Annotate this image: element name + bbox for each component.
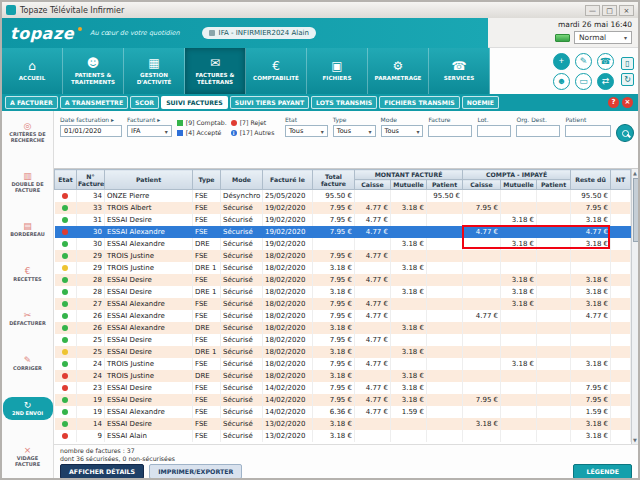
type-select[interactable]: Tous ▾ [333,125,376,137]
subtab-suivi-tiers-payant[interactable]: SUIVI TIERS PAYANT [230,96,309,109]
nav-tab-comptabilite[interactable]: € COMPTABILITÉ [246,48,307,94]
invoice-row[interactable]: 9 ESSAI Alain FSE Sécurisé 13/02/2020 3.… [55,430,631,442]
subtab-suivi-factures[interactable]: SUIVI FACTURES [161,96,228,109]
invoice-row[interactable]: 23 ESSAI Desire FSE Sécurisé 14/02/2020 … [55,382,631,394]
billed-date-cell: 18/02/2020 [263,370,313,382]
status-cell [55,382,77,394]
nav-tab-factures-teletrans[interactable]: ✉ FACTURES & TÉLÉTRANS [185,48,246,94]
table-scrollbar[interactable]: ▲ ▼ [631,169,638,444]
help-button[interactable]: ? [608,97,619,108]
invoice-row[interactable]: 24 TROIS Justine FSE Sécurisé 18/02/2020… [55,358,631,370]
card-reader-icon[interactable]: ▯ [621,57,634,70]
maximize-button[interactable]: □ [602,5,617,16]
compta-mutuelle-cell [501,430,537,442]
facturant-select[interactable]: IFA ▾ [127,125,172,137]
invoice-number-cell: 28 [77,274,105,286]
scrollbar-thumb[interactable] [633,178,638,242]
nav-tab-fichiers[interactable]: ▣ FICHIERS [307,48,368,94]
sidebar-item-second-envoi[interactable]: ↻ 2ND ENVOI [3,397,53,420]
facture-input[interactable] [428,125,472,137]
reste-du-cell: 3.18 € [571,298,611,310]
phone-icon[interactable]: ☎ [597,53,614,70]
sidebar-item-recettes[interactable]: € RECETTES [3,264,53,285]
compta-patient-cell [537,358,571,370]
group-montant-facture: MONTANT FACTURÉ [355,170,463,180]
scroll-up-button[interactable]: ▲ [633,170,637,176]
invoice-row[interactable]: 28 ESSAI Desire FSE Sécurisé 18/02/2020 … [55,274,631,286]
mode-select[interactable]: Tous ▾ [381,125,424,137]
montant-patient-cell [427,346,463,358]
nav-tab-patients-traitements[interactable]: ☻ PATIENTS & TRAITEMENTS [63,48,124,94]
sidebar-item-corriger[interactable]: ✎ CORRIGER [3,353,53,374]
sync-icon[interactable]: ↻ [621,73,634,86]
invoice-row[interactable]: 30 ESSAI Alexandre DRE Sécurisé 19/02/20… [55,238,631,250]
invoice-row[interactable]: 33 TROIS Albert FSE Sécurisé 19/02/2020 … [55,202,631,214]
user-icon[interactable]: ☻ [553,73,570,90]
status-dot [62,205,68,211]
nav-tab-parametrage[interactable]: ⚙ PARAMETRAGE [368,48,429,94]
sesam-vitale-icon[interactable]: + [553,53,570,70]
invoice-row[interactable]: 28 ESSAI Desire DRE 1 Sécurisé 18/02/202… [55,286,631,298]
etat-select[interactable]: Tous ▾ [285,125,328,137]
col-numero: N° Facture [77,170,105,190]
nav-tab-accueil[interactable]: ⌂ ACCUEIL [2,48,63,94]
invoice-row[interactable]: 25 ESSAI Desire DRE 1 Sécurisé 18/02/202… [55,346,631,358]
table-header: Etat N° Facture Patient Type Mode Factur… [55,170,631,190]
org-dest-input[interactable] [516,125,560,137]
subtab-scor[interactable]: SCOR [130,96,159,109]
invoice-row[interactable]: 19 ESSAI Desire FSE Sécurisé 14/02/2020 … [55,394,631,406]
legend-label: [7] Rejet [240,119,267,126]
subtab-lots-transmis[interactable]: LOTS TRANSMIS [311,96,377,109]
invoice-row[interactable]: 26 ESSAI Alexandre FSE Sécurisé 18/02/20… [55,310,631,322]
reste-du-cell: 4.77 € [571,226,611,238]
invoice-number-cell: 28 [77,286,105,298]
minimize-button[interactable]: — [585,5,600,16]
legend-button[interactable]: LÉGENDE [573,464,632,479]
close-view-button[interactable]: × [622,97,633,108]
montant-caisse-cell: 4.77 € [355,214,391,226]
status-select[interactable]: Normal ▾ [574,31,632,44]
subtab-fichiers-transmis[interactable]: FICHIERS TRANSMIS [379,96,459,109]
mode-cell: Sécurisé [221,262,263,274]
lot-input[interactable] [477,125,511,137]
teletrans-icon[interactable]: ⇄ [597,73,614,90]
subtab-a-facturer[interactable]: A FACTURER [5,96,58,109]
sidebar-item-bordereau[interactable]: ▤ BORDEREAU [3,219,53,240]
monitor-icon[interactable]: ▭ [575,73,592,90]
subtab-noemie[interactable]: NOEMIE [462,96,499,109]
sidebar-item-criteres-recherche[interactable]: ◎ CRITÈRES DE RECHERCHE [3,119,53,146]
invoice-row[interactable]: 29 TROIS Justine DRE 1 Sécurisé 18/02/20… [55,262,631,274]
extra-cell [611,286,631,298]
status-cell [55,418,77,430]
status-dot [62,349,68,355]
scroll-down-button[interactable]: ▼ [633,437,637,443]
compta-mutuelle-cell [501,250,537,262]
nav-tab-services[interactable]: ☎ SERVICES [429,48,490,94]
date-from-input[interactable] [60,125,122,137]
montant-patient-cell [427,262,463,274]
subtab-a-transmettre[interactable]: A TRANSMETTRE [60,96,128,109]
edit-icon[interactable]: ✎ [575,53,592,70]
close-button[interactable]: × [619,5,634,16]
compta-patient-cell [537,262,571,274]
invoice-row[interactable]: 24 TROIS Justine DRE Sécurisé 18/02/2020… [55,370,631,382]
print-export-button[interactable]: IMPRIMER/EXPORTER [149,464,242,479]
sidebar-item-defacturer[interactable]: ✂ DÉFACTURER [3,308,53,329]
invoice-row[interactable]: 27 ESSAI Alexandre FSE Sécurisé 18/02/20… [55,298,631,310]
sidebar-item-vidage-facture[interactable]: × VIDAGE FACTURE [3,443,53,470]
invoice-row[interactable]: 34 ONZE Pierre FSE Désynchro 25/05/2020 … [55,190,631,203]
invoice-row[interactable]: 14 ESSAI Desire FSE Sécurisé 13/02/2020 … [55,418,631,430]
invoice-row[interactable]: 26 ESSAI Alexandre DRE Sécurisé 18/02/20… [55,322,631,334]
nav-tab-gestion-activite[interactable]: ▦ GESTION D'ACTIVITÉ [124,48,185,94]
patient-filter-input[interactable] [565,125,611,137]
invoice-row[interactable]: 19 ESSAI Alexandre FSE Sécurisé 14/02/20… [55,406,631,418]
sidebar-item-double-facture[interactable]: ▥ DOUBLE DE FACTURE [3,169,53,196]
invoice-row[interactable]: 30 ESSAI Alexandre FSE Sécurisé 19/02/20… [55,226,631,238]
montant-patient-cell [427,430,463,442]
invoice-row[interactable]: 31 ESSAI Desire FSE Sécurisé 19/02/2020 … [55,214,631,226]
invoice-number-cell: 19 [77,406,105,418]
invoice-row[interactable]: 25 ESSAI Desire FSE Sécurisé 18/02/2020 … [55,334,631,346]
search-button[interactable] [616,124,634,142]
show-details-button[interactable]: AFFICHER DÉTAILS [60,464,144,479]
invoice-row[interactable]: 29 TROIS Justine FSE Sécurisé 18/02/2020… [55,250,631,262]
